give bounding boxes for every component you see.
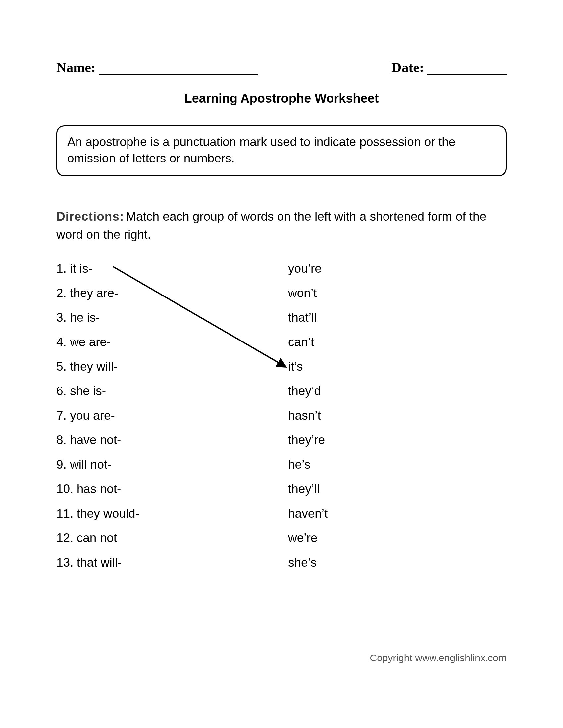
- worksheet-page: Name: Date: Learning Apostrophe Workshee…: [0, 0, 563, 728]
- list-item: won’t: [288, 281, 421, 305]
- name-blank-line[interactable]: [99, 63, 258, 75]
- right-item-text: they’ll: [288, 482, 320, 496]
- left-item-text: 9. will not-: [56, 458, 112, 472]
- left-item-text: 2. they are-: [56, 286, 118, 300]
- left-item-text: 10. has not-: [56, 482, 121, 496]
- list-item: she’s: [288, 550, 421, 575]
- list-item: 10. has not-: [56, 477, 288, 501]
- date-label: Date:: [392, 60, 424, 75]
- left-item-text: 13. that will-: [56, 556, 121, 569]
- definition-text: An apostrophe is a punctuation mark used…: [67, 135, 455, 165]
- list-item: 12. can not: [56, 526, 288, 550]
- definition-box: An apostrophe is a punctuation mark used…: [56, 125, 507, 176]
- name-label: Name:: [56, 60, 96, 75]
- right-item-text: he’s: [288, 458, 310, 472]
- left-item-text: 8. have not-: [56, 433, 121, 447]
- list-item: he’s: [288, 452, 421, 477]
- left-item-text: 1. it is-: [56, 262, 92, 276]
- directions-block: Directions:Match each group of words on …: [56, 208, 507, 243]
- list-item: that’ll: [288, 305, 421, 330]
- match-area: 1. it is- 2. they are- 3. he is- 4. we a…: [56, 256, 507, 575]
- left-item-text: 6. she is-: [56, 384, 106, 398]
- list-item: 9. will not-: [56, 452, 288, 477]
- name-field: Name:: [56, 60, 258, 75]
- left-item-text: 11. they would-: [56, 507, 139, 521]
- list-item: 2. they are-: [56, 281, 288, 305]
- list-item: 13. that will-: [56, 550, 288, 575]
- list-item: 8. have not-: [56, 428, 288, 452]
- right-item-text: hasn’t: [288, 409, 321, 423]
- list-item: can’t: [288, 330, 421, 354]
- list-item: 11. they would-: [56, 501, 288, 526]
- list-item: they’d: [288, 379, 421, 403]
- list-item: you’re: [288, 256, 421, 281]
- right-item-text: they’re: [288, 433, 325, 447]
- right-item-text: won’t: [288, 286, 317, 300]
- left-item-text: 7. you are-: [56, 409, 115, 423]
- worksheet-title: Learning Apostrophe Worksheet: [56, 91, 507, 106]
- list-item: 3. he is-: [56, 305, 288, 330]
- left-item-text: 3. he is-: [56, 311, 100, 325]
- left-item-text: 5. they will-: [56, 360, 117, 374]
- right-item-text: you’re: [288, 262, 322, 276]
- right-column: you’re won’t that’ll can’t it’s they’d h…: [288, 256, 421, 575]
- right-item-text: haven’t: [288, 507, 328, 521]
- date-field: Date:: [392, 60, 507, 75]
- left-item-text: 12. can not: [56, 531, 117, 545]
- directions-label: Directions:: [56, 210, 124, 223]
- right-item-text: it’s: [288, 360, 303, 374]
- left-column: 1. it is- 2. they are- 3. he is- 4. we a…: [56, 256, 288, 575]
- right-item-text: can’t: [288, 335, 314, 349]
- list-item: 5. they will-: [56, 354, 288, 379]
- list-item: they’re: [288, 428, 421, 452]
- list-item: 4. we are-: [56, 330, 288, 354]
- date-blank-line[interactable]: [427, 63, 507, 75]
- right-item-text: that’ll: [288, 311, 317, 325]
- list-item: it’s: [288, 354, 421, 379]
- right-item-text: we’re: [288, 531, 317, 545]
- list-item: hasn’t: [288, 403, 421, 428]
- list-item: 7. you are-: [56, 403, 288, 428]
- list-item: haven’t: [288, 501, 421, 526]
- right-item-text: she’s: [288, 556, 317, 569]
- left-item-text: 4. we are-: [56, 335, 111, 349]
- right-item-text: they’d: [288, 384, 321, 398]
- list-item: we’re: [288, 526, 421, 550]
- copyright-text: Copyright www.englishlinx.com: [370, 652, 507, 663]
- list-item: 6. she is-: [56, 379, 288, 403]
- list-item: they’ll: [288, 477, 421, 501]
- list-item: 1. it is-: [56, 256, 288, 281]
- header-row: Name: Date:: [56, 60, 507, 75]
